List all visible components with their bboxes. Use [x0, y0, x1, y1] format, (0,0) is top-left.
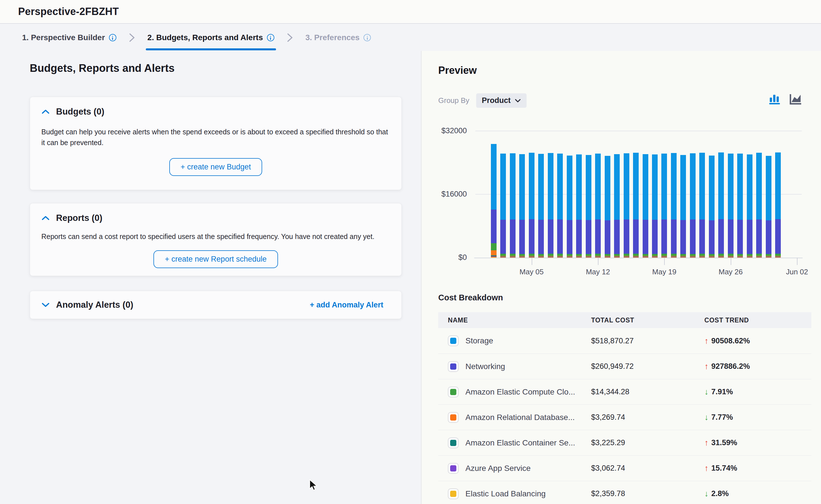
- bar-segment: [510, 153, 515, 219]
- row-name: Amazon Elastic Compute Clo...: [465, 387, 575, 397]
- bar-segment: [747, 220, 753, 254]
- bar-segment: [775, 152, 781, 219]
- row-total-cost-cell: $518,870.27: [591, 337, 704, 345]
- chevron-up-icon[interactable]: [41, 107, 50, 116]
- bar-segment: [557, 257, 563, 258]
- bar-segment: [747, 254, 753, 256]
- row-total-cost-cell: $14,344.28: [591, 387, 704, 396]
- stacked-bar-may-23[interactable]: [699, 153, 705, 258]
- trend-up-arrow-icon: ↑: [704, 337, 709, 345]
- stacked-bar-may-28[interactable]: [747, 154, 753, 258]
- stacked-bar-may-15[interactable]: [624, 153, 629, 258]
- row-trend-value: 7.91%: [712, 387, 733, 396]
- stacked-bar-may-13[interactable]: [605, 156, 610, 258]
- bar-segment: [766, 220, 771, 254]
- bar-chart-icon[interactable]: [768, 92, 781, 106]
- row-name: Networking: [465, 362, 505, 371]
- row-cost-trend-cell: ↓2.8%: [704, 489, 811, 498]
- stacked-bar-may-07[interactable]: [548, 153, 553, 258]
- column-header-trend: COST TREND: [704, 316, 811, 324]
- stacked-bar-may-31[interactable]: [775, 152, 781, 258]
- table-row[interactable]: Storage$518,870.27↑90508.62%: [438, 328, 811, 354]
- bar-segment: [548, 219, 553, 254]
- stacked-bar-may-10[interactable]: [576, 154, 582, 258]
- row-trend-value: 927886.2%: [712, 362, 750, 371]
- stacked-bar-may-21[interactable]: [680, 155, 686, 258]
- stacked-bar-may-20[interactable]: [671, 153, 677, 258]
- info-icon[interactable]: [267, 34, 274, 41]
- create-budget-button[interactable]: + create new Budget: [169, 158, 262, 176]
- row-total-cost: $3,062.74: [591, 464, 625, 472]
- add-anomaly-alert-link[interactable]: + add Anomaly Alert: [310, 301, 383, 309]
- area-chart-icon[interactable]: [789, 92, 802, 106]
- group-by-row: Group By Product: [438, 93, 526, 108]
- stacked-bar-may-12[interactable]: [595, 154, 601, 258]
- stacked-bar-may-30[interactable]: [766, 156, 771, 258]
- stacked-bar-may-19[interactable]: [661, 154, 667, 258]
- chevron-down-icon[interactable]: [41, 301, 50, 309]
- trend-up-arrow-icon: ↑: [704, 362, 709, 371]
- bar-segment: [605, 257, 610, 258]
- bar-segment: [756, 254, 762, 256]
- table-row[interactable]: Amazon Elastic Container Se...$3,225.29↑…: [438, 430, 811, 455]
- group-by-dropdown[interactable]: Product: [476, 93, 526, 108]
- x-axis-line: [474, 258, 803, 258]
- info-icon[interactable]: [364, 34, 371, 41]
- table-row[interactable]: Amazon Relational Database...$3,269.74↓7…: [438, 404, 811, 430]
- table-row[interactable]: Amazon Elastic Compute Clo...$14,344.28↓…: [438, 379, 811, 404]
- stacked-bar-may-09[interactable]: [567, 156, 572, 258]
- stacked-bar-may-16[interactable]: [633, 153, 639, 258]
- stacked-bar-may-04[interactable]: [519, 154, 525, 258]
- bar-segment: [538, 257, 544, 258]
- stacked-bar-may-18[interactable]: [652, 154, 658, 258]
- column-header-cost: TOTAL COST: [591, 316, 704, 324]
- chart-type-toggles: [768, 92, 802, 106]
- tab-budgets-reports-alerts[interactable]: 2. Budgets, Reports and Alerts: [147, 24, 274, 51]
- reports-card-title: Reports (0): [56, 213, 102, 223]
- stacked-bar-may-17[interactable]: [643, 154, 648, 258]
- stacked-bar-may-25[interactable]: [718, 152, 724, 258]
- group-by-value: Product: [482, 96, 511, 105]
- bar-segment: [576, 257, 582, 258]
- chevron-up-icon[interactable]: [41, 214, 50, 222]
- tab-preferences[interactable]: 3. Preferences: [306, 24, 371, 51]
- bar-segment: [605, 220, 610, 254]
- stacked-bar-may-27[interactable]: [737, 154, 743, 258]
- bar-segment: [633, 254, 639, 256]
- row-name-cell: Amazon Elastic Compute Clo...: [438, 387, 591, 397]
- bar-segment: [747, 257, 753, 258]
- bar-segment: [652, 220, 658, 254]
- table-row[interactable]: Networking$260,949.72↑927886.2%: [438, 354, 811, 379]
- info-icon[interactable]: [109, 34, 116, 41]
- create-report-schedule-button[interactable]: + create new Report schedule: [153, 250, 278, 268]
- bar-segment: [595, 254, 601, 256]
- stacked-bar-may-11[interactable]: [586, 155, 591, 258]
- row-total-cost-cell: $3,269.74: [591, 413, 704, 422]
- trend-down-arrow-icon: ↓: [704, 490, 709, 498]
- tab-perspective-builder[interactable]: 1. Perspective Builder: [22, 24, 116, 51]
- stacked-bar-may-06[interactable]: [538, 154, 544, 258]
- bar-segment: [775, 257, 781, 258]
- stacked-bar-may-01[interactable]: [491, 144, 496, 258]
- stacked-bar-may-26[interactable]: [728, 154, 734, 258]
- stacked-bar-may-05[interactable]: [529, 153, 534, 258]
- series-color-chip: [448, 488, 459, 499]
- stacked-bar-may-29[interactable]: [756, 153, 762, 258]
- table-row[interactable]: Elastic Load Balancing$2,359.78↓2.8%: [438, 481, 811, 504]
- bar-segment: [709, 220, 715, 254]
- bar-segment: [671, 257, 677, 258]
- bar-segment: [529, 219, 534, 254]
- bar-segment: [538, 254, 544, 256]
- stacked-bar-may-03[interactable]: [510, 153, 515, 258]
- bar-segment: [661, 254, 667, 256]
- row-total-cost: $260,949.72: [591, 362, 634, 371]
- stacked-bar-may-22[interactable]: [690, 153, 696, 258]
- x-axis-label: May 26: [708, 268, 753, 276]
- table-row[interactable]: Azure App Service$3,062.74↑15.74%: [438, 455, 811, 481]
- stacked-bar-may-24[interactable]: [709, 156, 715, 258]
- stacked-bar-may-08[interactable]: [557, 154, 563, 258]
- series-color-chip: [448, 335, 459, 346]
- stacked-bar-may-14[interactable]: [614, 154, 620, 258]
- bar-segment: [548, 257, 553, 258]
- stacked-bar-may-02[interactable]: [500, 154, 506, 258]
